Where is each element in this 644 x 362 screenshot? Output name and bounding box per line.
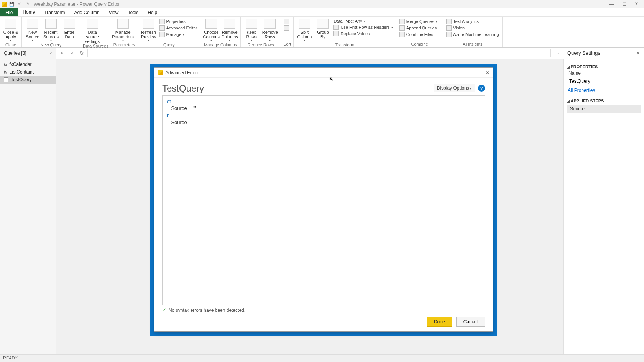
- dialog-minimize-button[interactable]: —: [463, 70, 468, 75]
- dialog-highlight-frame: Advanced Editor — ☐ ✕ TestQuery Display …: [150, 64, 497, 336]
- query-item-fxcalendar[interactable]: fxfxCalendar: [0, 61, 56, 68]
- queries-header[interactable]: Queries [3] ‹: [0, 48, 56, 59]
- combine-files-button[interactable]: Combine Files: [399, 31, 441, 38]
- properties-button[interactable]: Properties: [159, 18, 198, 25]
- group-new-query: New Query: [24, 43, 78, 48]
- redo-icon[interactable]: ↷: [25, 2, 30, 7]
- help-icon[interactable]: ?: [478, 85, 485, 92]
- code-editor[interactable]: let Source = "" in Source: [162, 95, 485, 305]
- applied-steps-section[interactable]: APPLIED STEPS: [567, 98, 641, 103]
- advanced-editor-button[interactable]: Advanced Editor: [159, 25, 198, 31]
- query-settings-pane: PROPERTIES Name All Properties APPLIED S…: [564, 59, 644, 354]
- display-options-button[interactable]: Display Options: [434, 84, 475, 92]
- name-label: Name: [568, 70, 641, 76]
- keep-rows-button[interactable]: Keep Rows: [243, 18, 260, 43]
- expand-formula-icon[interactable]: ⌄: [555, 51, 561, 55]
- step-source[interactable]: Source: [567, 105, 641, 113]
- queries-pane: fxfxCalendar fxListContains TestQuery: [0, 59, 56, 354]
- name-input[interactable]: [567, 77, 641, 85]
- remove-columns-button[interactable]: Remove Columns: [221, 18, 238, 43]
- collapse-queries-icon[interactable]: ‹: [50, 51, 52, 56]
- group-parameters: Parameters: [113, 43, 135, 48]
- table-icon: [4, 77, 8, 82]
- query-settings-header: Query Settings ✕: [564, 48, 644, 59]
- vision-button[interactable]: Vision: [445, 25, 499, 31]
- manage-button[interactable]: Manage: [159, 31, 198, 38]
- file-tab[interactable]: File: [0, 8, 18, 16]
- properties-section[interactable]: PROPERTIES: [567, 64, 641, 69]
- group-ai-insights: AI Insights: [445, 42, 499, 47]
- canvas: Advanced Editor — ☐ ✕ TestQuery Display …: [56, 59, 564, 354]
- function-icon: fx: [4, 62, 7, 67]
- quick-access-toolbar: 💾 ↶ ↷: [9, 2, 30, 7]
- ribbon: Close & Apply Close New Source Recent So…: [0, 17, 644, 48]
- dialog-titlebar[interactable]: Advanced Editor — ☐ ✕: [154, 68, 493, 78]
- sort-desc-button[interactable]: [283, 25, 290, 31]
- cancel-button[interactable]: Cancel: [456, 317, 485, 327]
- close-window-button[interactable]: ✕: [634, 1, 639, 7]
- formula-bar: ✕ ✓ fx ⌄: [56, 49, 564, 57]
- first-row-headers-button[interactable]: Use First Row as Headers: [333, 24, 393, 30]
- tab-tools[interactable]: Tools: [123, 8, 143, 16]
- status-bar: READY: [0, 354, 644, 362]
- dialog-title: Advanced Editor: [165, 70, 199, 75]
- group-query: Query: [140, 43, 198, 48]
- minimize-button[interactable]: —: [610, 1, 614, 7]
- undo-icon[interactable]: ↶: [17, 2, 22, 7]
- maximize-button[interactable]: ☐: [622, 1, 627, 7]
- commit-formula-icon[interactable]: ✓: [69, 50, 76, 56]
- group-sort: Sort: [283, 42, 291, 47]
- group-data-sources: Data Sources: [83, 44, 108, 49]
- new-source-button[interactable]: New Source: [24, 18, 41, 43]
- manage-parameters-button[interactable]: Manage Parameters: [113, 18, 133, 43]
- tab-help[interactable]: Help: [143, 8, 162, 16]
- group-combine: Combine: [399, 42, 441, 47]
- split-column-button[interactable]: Split Column: [296, 18, 313, 43]
- save-icon[interactable]: 💾: [9, 2, 15, 7]
- group-reduce-rows: Reduce Rows: [243, 43, 278, 48]
- dialog-maximize-button[interactable]: ☐: [475, 70, 479, 75]
- query-item-listcontains[interactable]: fxListContains: [0, 68, 56, 76]
- app-icon: [2, 2, 7, 7]
- app-icon: [158, 70, 163, 75]
- titlebar: 💾 ↶ ↷ Weekday Parameter - Power Query Ed…: [0, 0, 644, 8]
- sort-asc-button[interactable]: [283, 18, 290, 25]
- group-by-button[interactable]: Group By: [314, 18, 331, 39]
- tab-view[interactable]: View: [104, 8, 123, 16]
- tab-transform[interactable]: Transform: [39, 8, 69, 16]
- check-icon: ✓: [162, 307, 166, 313]
- choose-columns-button[interactable]: Choose Columns: [203, 18, 220, 43]
- azure-ml-button[interactable]: Azure Machine Learning: [445, 31, 499, 38]
- menu-bar: File Home Transform Add Column View Tool…: [0, 8, 644, 17]
- append-queries-button[interactable]: Append Queries: [399, 25, 441, 31]
- cancel-formula-icon[interactable]: ✕: [58, 50, 65, 56]
- query-item-testquery[interactable]: TestQuery: [0, 76, 56, 84]
- formula-row: Queries [3] ‹ ✕ ✓ fx ⌄ Query Settings ✕: [0, 48, 644, 59]
- close-settings-icon[interactable]: ✕: [636, 51, 640, 56]
- text-analytics-button[interactable]: Text Analytics: [445, 18, 499, 25]
- syntax-status: ✓ No syntax errors have been detected.: [162, 305, 485, 315]
- tab-add-column[interactable]: Add Column: [70, 8, 104, 16]
- all-properties-link[interactable]: All Properties: [568, 88, 641, 93]
- window-title: Weekday Parameter - Power Query Editor: [34, 2, 120, 7]
- group-transform: Transform: [296, 43, 393, 48]
- dialog-close-button[interactable]: ✕: [486, 70, 490, 75]
- remove-rows-button[interactable]: Remove Rows: [261, 18, 278, 43]
- merge-queries-button[interactable]: Merge Queries: [399, 18, 441, 25]
- main-area: fxfxCalendar fxListContains TestQuery Ad…: [0, 59, 644, 354]
- fx-icon[interactable]: fx: [80, 50, 84, 56]
- data-source-settings-button[interactable]: Data source settings: [83, 18, 102, 44]
- close-apply-button[interactable]: Close & Apply: [2, 18, 19, 43]
- refresh-preview-button[interactable]: Refresh Preview: [140, 18, 157, 43]
- replace-values-button[interactable]: Replace Values: [333, 31, 393, 37]
- advanced-editor-dialog: Advanced Editor — ☐ ✕ TestQuery Display …: [154, 67, 493, 332]
- recent-sources-button[interactable]: Recent Sources: [43, 18, 59, 43]
- function-icon: fx: [4, 70, 7, 74]
- data-type-button[interactable]: Data Type: Any: [333, 18, 393, 24]
- done-button[interactable]: Done: [427, 317, 452, 327]
- group-close: Close: [2, 43, 19, 48]
- formula-input[interactable]: [87, 49, 551, 57]
- group-manage-columns: Manage Columns: [203, 43, 238, 48]
- enter-data-button[interactable]: Enter Data: [61, 18, 78, 39]
- tab-home[interactable]: Home: [18, 8, 39, 16]
